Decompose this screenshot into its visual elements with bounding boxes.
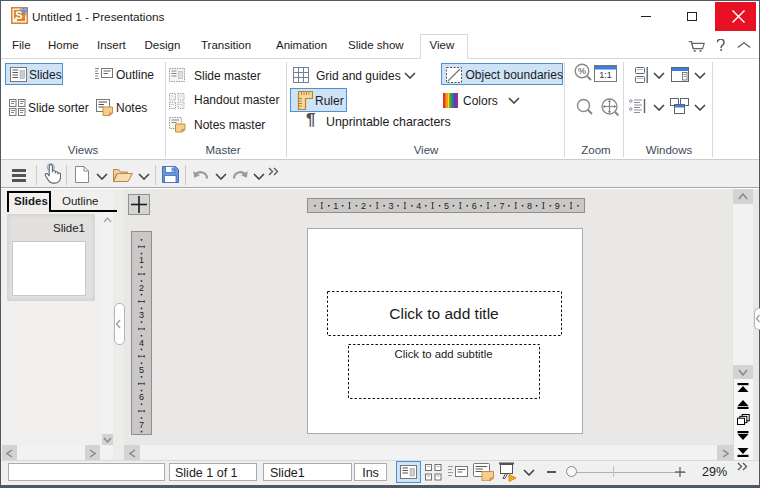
svg-text:4: 4 <box>139 337 144 347</box>
svg-text:8: 8 <box>527 201 532 211</box>
svg-text:2: 2 <box>361 201 366 211</box>
svg-text:1: 1 <box>333 201 338 211</box>
svg-text:%: % <box>578 66 586 76</box>
svg-text:4: 4 <box>416 201 421 211</box>
svg-text:6: 6 <box>472 201 477 211</box>
svg-text:6: 6 <box>139 392 144 402</box>
svg-text:3: 3 <box>139 310 144 320</box>
svg-text:7: 7 <box>139 419 144 429</box>
svg-text:9: 9 <box>555 201 560 211</box>
svg-text:2: 2 <box>139 282 144 292</box>
svg-text:1:1: 1:1 <box>599 70 612 80</box>
svg-text:7: 7 <box>499 201 504 211</box>
svg-text:3: 3 <box>389 201 394 211</box>
svg-text:5: 5 <box>139 365 144 375</box>
svg-text:5: 5 <box>444 201 449 211</box>
svg-text:1: 1 <box>139 255 144 265</box>
